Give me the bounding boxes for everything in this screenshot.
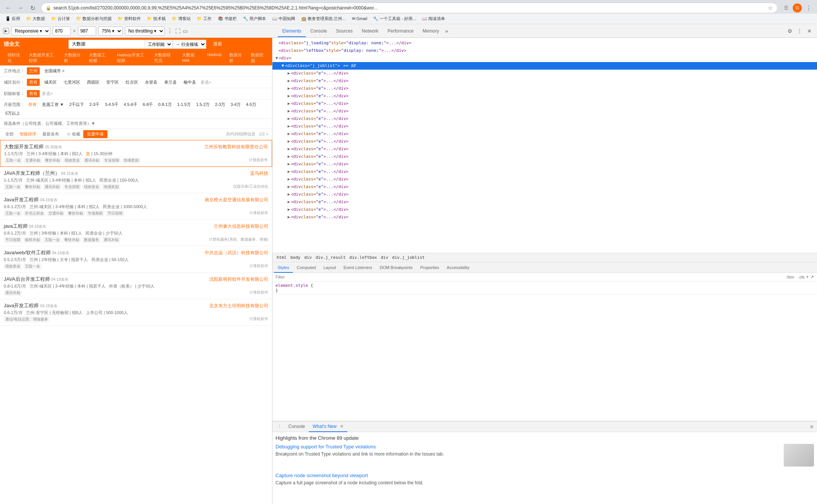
filter-cls-btn[interactable]: .cls <box>798 275 805 279</box>
salary-2to3w[interactable]: 2-3万 <box>213 101 227 108</box>
sort-all-btn[interactable]: 全部 <box>4 131 15 138</box>
area-all[interactable]: 所有 <box>27 79 40 86</box>
nav-tab-qiexin[interactable]: 猎职优化 <box>4 50 25 65</box>
style-tab-styles[interactable]: Styles <box>274 262 293 273</box>
nav-tab-bigdata-research[interactable]: 大数据研究员 <box>150 50 179 65</box>
breadcrumb-html[interactable]: html <box>275 255 288 260</box>
style-tab-properties[interactable]: Properties <box>416 262 443 273</box>
bookmark-software[interactable]: 📁 资料软件 <box>115 15 143 22</box>
console-tab-whatsnew[interactable]: What's New ✕ <box>309 422 347 432</box>
job-item-7[interactable]: Java开发工程师 04-19发布 北京东方土坯明科技有限公司 0.6-1万/月… <box>0 299 272 326</box>
tree-line-e20[interactable]: ▶ <div class="e" >...</div> <box>272 213 817 221</box>
style-tab-computed[interactable]: Computed <box>293 262 320 273</box>
area-xigu[interactable]: 西固区 <box>85 79 102 86</box>
salary-3to4.5k[interactable]: 3-4.5千 <box>103 101 120 108</box>
viewport-height-input[interactable] <box>78 26 96 36</box>
job-item-5[interactable]: Java/web/软件工程师 04-19发布 中共志远（武汉）科技有限公司 0.… <box>0 246 272 273</box>
search-keyword-input[interactable] <box>69 40 145 48</box>
salary-2to3k[interactable]: 2-3千 <box>88 101 101 108</box>
tree-line-e4[interactable]: ▶ <div class="e" >...</div> <box>272 92 817 100</box>
bookmark-bigdata[interactable]: 📁 大数据 <box>24 15 47 22</box>
nav-tab-bigdata-dev[interactable]: 大数据开发工程师 <box>25 50 60 65</box>
area-more-btn[interactable]: 多选+ <box>201 79 211 85</box>
bookmark-bookmarks[interactable]: 📚 书签栏 <box>216 15 239 22</box>
viewport-width-input[interactable] <box>53 26 71 36</box>
bookmark-readinglist[interactable]: 📖 阅读清单 <box>420 15 447 22</box>
tree-line-e10[interactable]: ▶ <div class="e" >...</div> <box>272 138 817 145</box>
job-item-4[interactable]: java工程师 04-19发布 兰州睿大信息科技有限公司 0.8-1.2万/月 … <box>0 220 272 246</box>
sort-latest-btn[interactable]: 最新发布 <box>41 131 61 138</box>
bookmark-cnki[interactable]: 📖 中国知网 <box>270 15 297 22</box>
bookmark-blog[interactable]: 📁 博客站 <box>170 15 193 22</box>
bookmark-userscript[interactable]: 🔧 用户脚本 <box>241 15 268 22</box>
inspect-icon[interactable]: ▶ <box>3 28 9 34</box>
fullscreen-button[interactable]: ▭ <box>183 28 188 34</box>
style-tab-dom-breakpoints[interactable]: DOM Breakpoints <box>376 262 417 273</box>
breadcrumb-divjjoblist[interactable]: div.j_joblist <box>391 255 426 260</box>
console-drag-handle[interactable]: ⋮ <box>275 423 283 431</box>
style-filter-input[interactable] <box>275 275 785 279</box>
batch-apply-btn[interactable]: 批量申请 <box>83 130 107 138</box>
more-viewport-options[interactable]: ⋮ <box>167 27 173 34</box>
tree-line-e15[interactable]: ▶ <div class="e" >...</div> <box>272 176 817 183</box>
salary-1.5to2w[interactable]: 1.5-2万 <box>195 101 211 108</box>
style-tab-event-listeners[interactable]: Event Listeners <box>340 262 376 273</box>
address-bar[interactable]: 🔒 search.51job.com/list/270200,000000,00… <box>41 3 778 13</box>
breadcrumb-divjresult[interactable]: div.j_result <box>314 255 347 260</box>
area-anning[interactable]: 安宁区 <box>104 79 121 86</box>
salary-4to5w[interactable]: 4-5万 <box>244 101 258 108</box>
salary-0.8to1w[interactable]: 0.8-1万 <box>157 101 173 108</box>
area-chengguan[interactable]: 城关区 <box>42 79 59 86</box>
bookmark-techstack[interactable]: 📁 技术栈 <box>145 15 168 22</box>
salary-1to1.5w[interactable]: 1-1.5万 <box>176 101 192 108</box>
location-lanzhou[interactable]: 兰州 <box>27 67 40 75</box>
breadcrumb-div[interactable]: div <box>303 255 313 260</box>
nav-tab-hadoop-dev[interactable]: Hadoop开发工程师 <box>113 50 150 65</box>
tab-network[interactable]: Network <box>357 25 383 37</box>
bookmark-gmail[interactable]: ✉ Gmail <box>350 16 370 22</box>
tree-line-e1[interactable]: ▶ <div class="e" >...</div> <box>272 70 817 77</box>
tree-line-e5[interactable]: ▶ <div class="e" >...</div> <box>272 100 817 107</box>
filter-plus-icon[interactable]: + <box>806 274 809 280</box>
tree-line-e3[interactable]: ▶ <div class="e" >...</div> <box>272 85 817 92</box>
tab-more[interactable]: » <box>444 25 450 37</box>
nav-tab-bigdata-eng[interactable]: 大数据工程师 <box>85 50 114 65</box>
nav-tab-bigdata-task[interactable]: 大数据 task <box>178 50 204 65</box>
profile-button[interactable]: G <box>793 3 802 12</box>
breadcrumb-div2[interactable]: div <box>380 255 389 260</box>
back-button[interactable]: ← <box>3 3 14 13</box>
whatsnew-close-icon[interactable]: ✕ <box>340 421 344 432</box>
tree-line-e12[interactable]: ▶ <div class="e" >...</div> <box>272 153 817 160</box>
location-all-cities[interactable]: 全国城市 > <box>42 67 67 75</box>
salary-under2k[interactable]: 2千以下 <box>68 101 86 108</box>
tab-memory[interactable]: Memory <box>418 25 444 37</box>
bookmark-apps[interactable]: 📱 应用 <box>3 15 22 22</box>
tree-line-e11[interactable]: ▶ <div class="e" >...</div> <box>272 145 817 153</box>
tree-line-e17[interactable]: ▶ <div class="e" >...</div> <box>272 191 817 198</box>
bookmark-cloud[interactable]: 📁 云计算 <box>49 15 72 22</box>
tree-line-e13[interactable]: ▶ <div class="e" >...</div> <box>272 160 817 168</box>
console-tab-console[interactable]: Console <box>285 422 309 432</box>
tab-elements[interactable]: Elements <box>278 25 306 37</box>
nav-tab-dataanalysis[interactable]: 数据分析 <box>226 50 247 65</box>
collect-btn[interactable]: ☆ 收藏 <box>67 131 80 137</box>
area-yongdeng[interactable]: 永登县 <box>143 79 160 86</box>
sort-smart-btn[interactable]: 智能排序 <box>18 131 38 138</box>
job-item-1[interactable]: 大数据开发工程师 05-30发布 兰州乐智教育科技有限责任公司 1-1.5万/月… <box>0 140 272 167</box>
tab-console[interactable]: Console <box>306 25 331 37</box>
style-tab-layout[interactable]: Layout <box>320 262 340 273</box>
devtools-close-button[interactable]: ✕ <box>805 26 814 36</box>
area-yuzhong[interactable]: 榆中县 <box>181 79 198 86</box>
job-item-2[interactable]: JAVA开发工程师（兰州） 04-15发布 蓝鸟科技 1-1.5万/月 兰州-城… <box>0 167 272 193</box>
salary-5w-plus[interactable]: 5万以上 <box>4 110 22 117</box>
tab-sources[interactable]: Sources <box>331 25 357 37</box>
breadcrumb-body[interactable]: body <box>289 255 302 260</box>
reload-button[interactable]: ↻ <box>27 3 38 13</box>
salary-all[interactable]: 所有 <box>27 101 38 108</box>
salary-6to8k[interactable]: 6-8千 <box>141 101 154 108</box>
nav-tab-datamining[interactable]: 数据挖掘 <box>247 50 268 65</box>
zoom-select[interactable]: 75% ▾ <box>98 26 123 36</box>
tree-line-e19[interactable]: ▶ <div class="e" >...</div> <box>272 206 817 213</box>
more-options-button[interactable]: ⋮ <box>803 3 814 13</box>
salary-3to4w[interactable]: 3-4万 <box>229 101 242 108</box>
